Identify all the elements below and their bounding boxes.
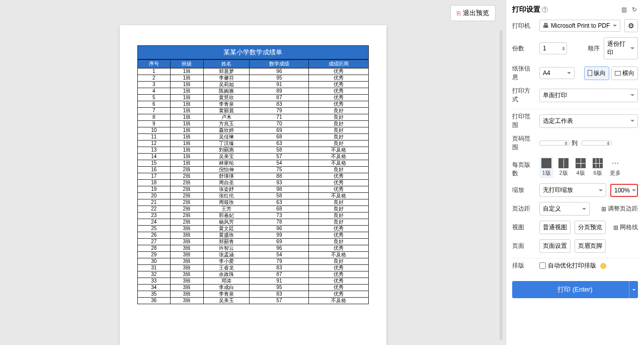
exit-icon: ⎘ xyxy=(457,10,461,17)
table-row: 242班杨风芳78良好 xyxy=(137,219,368,226)
table-row: 253班黄文廷96优秀 xyxy=(137,226,368,232)
table-header: 班级 xyxy=(171,60,204,68)
table-row: 343班李成白95优秀 xyxy=(137,285,368,291)
table-row: 222班王芳68良好 xyxy=(137,206,368,213)
table-row: 111班吴佳琳68良好 xyxy=(137,134,368,141)
view-label: 视图 xyxy=(512,223,535,232)
paper-label: 纸张信息 xyxy=(512,64,535,82)
order-select[interactable]: 逐份打印 xyxy=(604,37,638,59)
layout-opt-label: 排版 xyxy=(512,261,535,270)
table-row: 323班余政珠87优秀 xyxy=(137,271,368,278)
landscape-icon xyxy=(615,71,621,76)
zoom-label: 缩放 xyxy=(512,186,535,194)
table-row: 151班林家纶54不及格 xyxy=(137,160,368,167)
exit-label: 退出预览 xyxy=(463,9,489,18)
page-to-label: 到 xyxy=(572,139,578,148)
print-dropdown-icon[interactable] xyxy=(629,281,638,298)
table-header: 成绩区间 xyxy=(309,60,368,68)
page-range-label: 页码范围 xyxy=(512,134,535,152)
table-row: 71班黄丽晨79良好 xyxy=(137,108,368,114)
table-header: 序号 xyxy=(137,60,171,68)
view-pagebreak-button[interactable]: 分页预览 xyxy=(575,221,606,234)
view-normal-button[interactable]: 普通视图 xyxy=(539,221,571,234)
layout-2-button[interactable]: 2版 xyxy=(556,157,571,178)
order-label: 顺序 xyxy=(588,44,600,53)
copies-label: 份数 xyxy=(512,44,535,53)
copies-spinner[interactable] xyxy=(562,45,565,52)
help-icon[interactable]: ? xyxy=(542,7,548,13)
scrollbar[interactable] xyxy=(500,30,503,340)
table-row: 263班黄盛玫99优秀 xyxy=(137,232,368,239)
header-footer-button[interactable]: 页眉页脚 xyxy=(575,239,606,253)
table-row: 61班李青泉83优秀 xyxy=(137,101,368,108)
orientation-portrait-button[interactable]: 纵向 xyxy=(584,66,609,80)
per-page-label: 每页版数 xyxy=(512,157,535,178)
table-row: 313班王睿龙83优秀 xyxy=(137,265,368,271)
table-header: 姓名 xyxy=(203,60,250,68)
table-row: 212班周筱玫63良好 xyxy=(137,199,368,206)
table-row: 91班方兆玉70良好 xyxy=(137,121,368,127)
printer-label: 打印机 xyxy=(512,22,535,30)
table-row: 182班周自圣93优秀 xyxy=(137,180,368,186)
layout-6-button[interactable]: 6版 xyxy=(591,157,605,178)
print-range-label: 打印范围 xyxy=(512,112,535,129)
table-row: 192班张姿妤98优秀 xyxy=(137,186,368,193)
zoom-mode-select[interactable]: 无打印缩放 xyxy=(539,183,606,197)
orientation-landscape-button[interactable]: 横向 xyxy=(611,66,638,80)
printer-select[interactable]: 🖶 Microsoft Print to PDF xyxy=(539,20,620,32)
table-row: 11班郑晨梦96优秀 xyxy=(137,68,368,75)
exit-preview-button[interactable]: ⎘ 退出预览 xyxy=(450,5,496,21)
table-row: 21班李馨芬95优秀 xyxy=(137,75,368,82)
table-row: 303班李小爱79良好 xyxy=(137,258,368,265)
page-label: 页面 xyxy=(512,242,535,250)
table-row: 353班李青泉83优秀 xyxy=(137,291,368,298)
table-header: 数学成绩 xyxy=(250,60,309,68)
zoom-percent-select[interactable]: 100% xyxy=(610,184,638,197)
table-row: 51班黄慧欣87优秀 xyxy=(137,95,368,101)
paper-size-select[interactable]: A4 xyxy=(539,67,575,79)
table-row: 273班郑丽青69良好 xyxy=(137,239,368,245)
gridlines-toggle[interactable]: ⊞网格线 xyxy=(613,223,638,232)
table-row: 202班张红伦58不及格 xyxy=(137,193,368,199)
table-row: 283班许智云96优秀 xyxy=(137,245,368,252)
page-preview: 某某小学数学成绩单 序号班级姓名数学成绩成绩区间 11班郑晨梦96优秀21班李馨… xyxy=(120,25,386,345)
table-row: 141班吴美宝57不及格 xyxy=(137,154,368,160)
table-row: 232班郭嘉妃73良好 xyxy=(137,213,368,219)
layout-icon[interactable]: ▥ xyxy=(620,5,628,14)
print-range-select[interactable]: 选定工作表 xyxy=(539,114,638,128)
table-row: 41班陈婉雅89优秀 xyxy=(137,88,368,95)
layout-1-button[interactable]: 1版 xyxy=(539,157,553,178)
table-row: 131班刘丽惠58不及格 xyxy=(137,147,368,154)
table-row: 162班倪怡伸75良好 xyxy=(137,167,368,173)
print-mode-label: 打印方式 xyxy=(512,87,535,104)
premium-icon xyxy=(600,263,606,269)
table-row: 333班邓涛91优秀 xyxy=(137,278,368,285)
panel-title: 打印设置? xyxy=(512,5,548,14)
printer-settings-button[interactable]: ⚙ xyxy=(624,19,638,32)
page-setup-button[interactable]: 页面设置 xyxy=(539,239,571,253)
print-button[interactable]: 打印 (Enter) xyxy=(512,281,638,298)
page-to-spinner[interactable] xyxy=(607,140,610,147)
print-settings-panel: 打印设置? ▥ ↻ 打印机 🖶 Microsoft Print to PDF ⚙… xyxy=(506,0,644,345)
grid-icon: ⊞ xyxy=(613,224,618,231)
table-row: 101班聂欣婷69良好 xyxy=(137,127,368,134)
table-row: 293班张孟涵54不及格 xyxy=(137,252,368,258)
printer-icon: 🖶 xyxy=(543,22,549,29)
margin-label: 页边距 xyxy=(512,204,535,213)
print-mode-select[interactable]: 单面打印 xyxy=(539,89,638,102)
auto-layout-checkbox[interactable]: 自动优化打印排版 xyxy=(539,261,596,270)
print-preview-area: ⎘ 退出预览 某某小学数学成绩单 序号班级姓名数学成绩成绩区间 11班郑晨梦96… xyxy=(0,0,506,345)
portrait-icon xyxy=(588,70,592,76)
layout-more-button[interactable]: ⋯更多 xyxy=(608,157,623,178)
report-title: 某某小学数学成绩单 xyxy=(137,45,369,59)
report-table: 序号班级姓名数学成绩成绩区间 11班郑晨梦96优秀21班李馨芬95优秀31班吴莉… xyxy=(137,59,369,304)
refresh-icon[interactable]: ↻ xyxy=(631,5,638,14)
margin-select[interactable]: 自定义 xyxy=(539,202,590,216)
table-row: 121班丁汉臻63良好 xyxy=(137,141,368,147)
layout-4-button[interactable]: 4版 xyxy=(574,157,588,178)
page-from-spinner[interactable] xyxy=(565,140,568,147)
adjust-margin-link[interactable]: ⊞调整页边距 xyxy=(601,204,638,213)
table-row: 172班舒瑛瑛88优秀 xyxy=(137,173,368,180)
table-row: 81班卢木71良好 xyxy=(137,114,368,121)
table-row: 31班吴莉如91优秀 xyxy=(137,82,368,88)
